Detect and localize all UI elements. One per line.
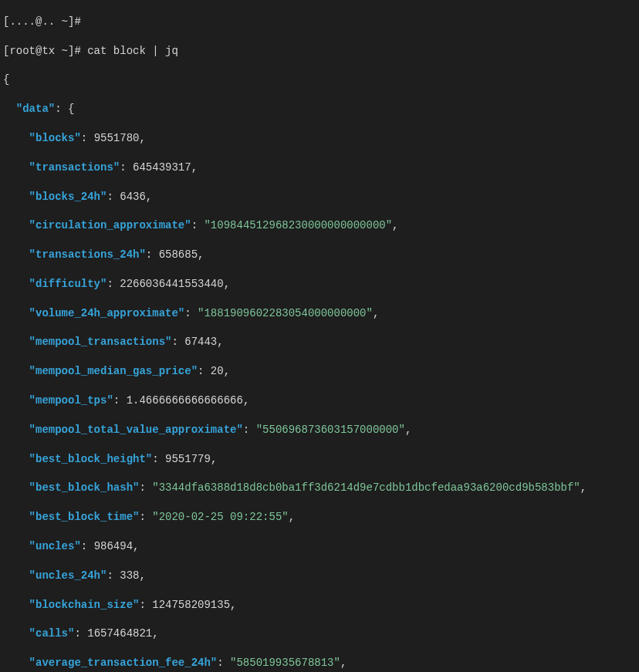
json-avg-tx-fee: "average_transaction_fee_24h": "58501993…: [3, 656, 636, 670]
json-uncles-24h: "uncles_24h": 338,: [3, 569, 636, 583]
json-mempool-gas: "mempool_median_gas_price": 20,: [3, 364, 636, 379]
json-best-hash: "best_block_hash": "3344dfa6388d18d8cb0b…: [3, 481, 636, 495]
prompt-prefix: [root@tx ~]#: [3, 45, 87, 57]
prompt-prev-text: [....@.. ~]#: [3, 15, 81, 28]
json-difficulty: "difficulty": 2266036441553440,: [3, 277, 636, 292]
json-mempool-tps: "mempool_tps": 1.4666666666666666,: [3, 393, 636, 408]
json-blockchain-size: "blockchain_size": 124758209135,: [3, 598, 636, 613]
json-best-height: "best_block_height": 9551779,: [3, 452, 636, 467]
terminal-output: [....@.. ~]# [root@tx ~]# cat block | jq…: [0, 0, 639, 672]
json-tx-24h: "transactions_24h": 658685,: [3, 248, 636, 262]
json-data-key: "data": {: [3, 102, 636, 117]
prompt-prev: [....@.. ~]#: [3, 15, 636, 29]
json-calls: "calls": 1657464821,: [3, 626, 636, 641]
json-uncles: "uncles": 986494,: [3, 539, 636, 554]
prompt-line: [root@tx ~]# cat block | jq: [3, 44, 636, 59]
json-mempool-tx: "mempool_transactions": 67443,: [3, 335, 636, 350]
json-blocks-24h: "blocks_24h": 6436,: [3, 190, 636, 204]
command-text: cat block | jq: [87, 45, 178, 57]
json-open: {: [3, 73, 636, 87]
json-circulation: "circulation_approximate": "109844512968…: [3, 218, 636, 233]
json-best-time: "best_block_time": "2020-02-25 09:22:55"…: [3, 510, 636, 525]
json-blocks: "blocks": 9551780,: [3, 131, 636, 146]
json-mempool-total: "mempool_total_value_approximate": "5506…: [3, 423, 636, 437]
json-transactions: "transactions": 645439317,: [3, 160, 636, 175]
json-volume-24h: "volume_24h_approximate": "1881909602283…: [3, 306, 636, 321]
